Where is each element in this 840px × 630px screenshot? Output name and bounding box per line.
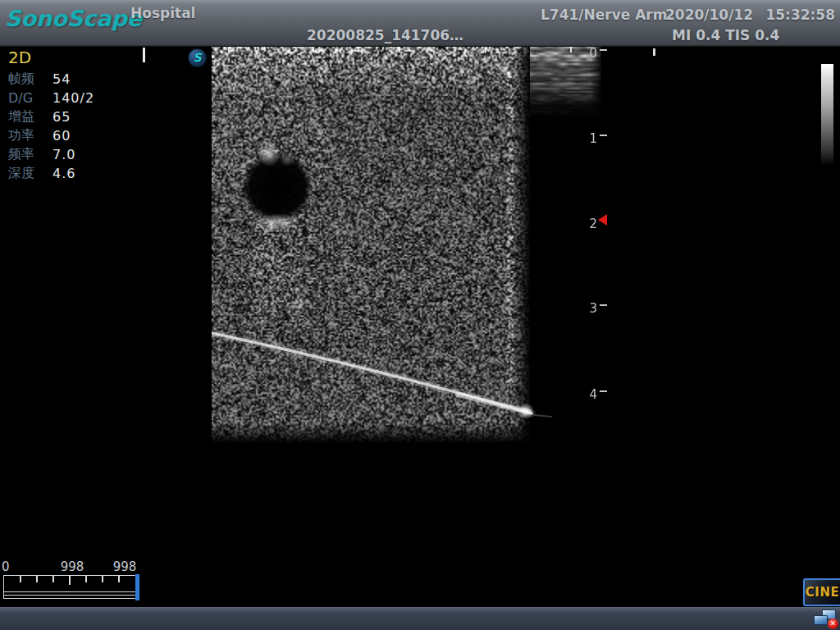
cine-tick xyxy=(52,576,54,582)
mode-indicator: 2D xyxy=(8,48,197,70)
param-label: D/G xyxy=(8,90,52,106)
exam-id-label: 20200825_141706… xyxy=(307,27,463,43)
cine-tick xyxy=(20,576,21,582)
probe-preset-label: L741/Nerve Arm xyxy=(541,7,667,23)
depth-mark-2: 2 xyxy=(579,218,597,230)
depth-mark-1: 1 xyxy=(579,133,597,144)
network-disconnected-icon[interactable] xyxy=(814,609,838,629)
cine-tick xyxy=(118,576,120,582)
param-label: 深度 xyxy=(8,165,52,182)
cine-current-frame: 998 xyxy=(55,559,89,574)
ultrasound-image[interactable] xyxy=(212,47,601,443)
param-label: 功率 xyxy=(8,127,52,144)
cine-tick xyxy=(85,576,87,582)
param-row-power: 功率 60 xyxy=(8,126,197,145)
param-label: 帧频 xyxy=(8,71,52,88)
param-row-gain: 增益 65 xyxy=(8,107,197,126)
disconnected-x-badge xyxy=(828,619,838,629)
depth-tick xyxy=(600,304,607,306)
param-value: 60 xyxy=(52,128,71,144)
parameter-panel: 2D 帧频 54 D/G 140/2 增益 65 功率 60 频率 7.0 深度… xyxy=(8,48,197,183)
param-row-frequency: 频率 7.0 xyxy=(8,145,197,164)
grayscale-map-bar xyxy=(821,64,833,166)
cine-track-line xyxy=(4,591,135,592)
cine-track-line xyxy=(4,595,135,596)
cine-progress-track[interactable] xyxy=(3,575,136,599)
ultrasound-main-screen: SonoScape Hospital L741/Nerve Arm 2020/1… xyxy=(0,0,840,630)
top-bar: SonoScape Hospital L741/Nerve Arm 2020/1… xyxy=(0,0,840,47)
param-value: 54 xyxy=(52,71,71,87)
depth-tick xyxy=(600,135,607,136)
cine-tick xyxy=(36,576,38,582)
param-label: 增益 xyxy=(8,108,52,126)
param-row-depth: 深度 4.6 xyxy=(8,164,197,183)
probe-orientation-icon: S xyxy=(188,48,207,67)
focus-position-marker[interactable] xyxy=(598,214,607,226)
status-bar xyxy=(0,607,840,630)
param-row-dg: D/G 140/2 xyxy=(8,89,197,107)
cine-tick xyxy=(69,576,71,585)
depth-tick xyxy=(600,49,607,51)
cine-tick xyxy=(102,576,103,582)
depth-mark-0: 0 xyxy=(579,48,597,59)
sonoscape-logo: SonoScape xyxy=(5,6,142,31)
cine-position-marker[interactable] xyxy=(135,574,139,600)
depth-mark-4: 4 xyxy=(579,389,597,400)
mi-tis-label: MI 0.4 TIS 0.4 xyxy=(672,27,779,43)
depth-tick xyxy=(600,390,607,392)
param-value: 4.6 xyxy=(52,166,75,181)
cine-total-frames: 998 xyxy=(107,559,142,574)
monitor-front-icon xyxy=(814,615,828,625)
param-value: 140/2 xyxy=(52,90,94,106)
scale-top-tick xyxy=(653,48,655,56)
cine-start-frame: 0 xyxy=(2,559,10,574)
param-row-frame-rate: 帧频 54 xyxy=(8,70,197,89)
active-control-cursor xyxy=(143,48,145,62)
cine-button[interactable]: CINE xyxy=(803,578,840,606)
time-label: 15:32:58 xyxy=(765,7,835,23)
param-value: 7.0 xyxy=(52,147,75,162)
hospital-name: Hospital xyxy=(130,5,195,21)
param-value: 65 xyxy=(52,109,71,125)
date-label: 2020/10/12 xyxy=(665,7,753,23)
param-label: 频率 xyxy=(8,146,52,163)
depth-mark-3: 3 xyxy=(579,303,597,314)
